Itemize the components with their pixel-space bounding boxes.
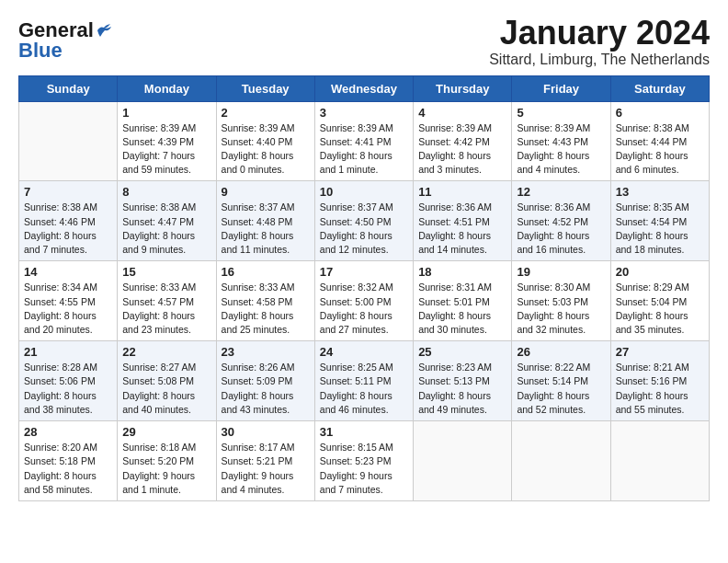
day-number: 22 [122,345,210,359]
calendar-cell: 26Sunrise: 8:22 AMSunset: 5:14 PMDayligh… [512,341,610,421]
page-header: General Blue January 2024 Sittard, Limbu… [18,15,710,68]
calendar-cell [19,101,118,181]
day-number: 10 [320,185,408,199]
calendar-cell: 13Sunrise: 8:35 AMSunset: 4:54 PMDayligh… [610,181,709,261]
logo-bird-icon [96,24,112,37]
day-number: 21 [24,345,112,359]
calendar-header-monday: Monday [118,75,216,101]
day-info: Sunrise: 8:39 AMSunset: 4:43 PMDaylight:… [517,121,605,178]
calendar-cell: 22Sunrise: 8:27 AMSunset: 5:08 PMDayligh… [118,341,216,421]
calendar-header-thursday: Thursday [414,75,512,101]
day-info: Sunrise: 8:39 AMSunset: 4:41 PMDaylight:… [320,121,408,178]
day-info: Sunrise: 8:15 AMSunset: 5:23 PMDaylight:… [320,441,408,497]
day-number: 30 [222,425,310,439]
calendar-cell: 16Sunrise: 8:33 AMSunset: 4:58 PMDayligh… [216,261,314,341]
calendar-cell: 5Sunrise: 8:39 AMSunset: 4:43 PMDaylight… [512,101,610,181]
calendar-cell: 29Sunrise: 8:18 AMSunset: 5:20 PMDayligh… [118,421,216,501]
calendar-cell [414,421,512,501]
calendar-cell: 20Sunrise: 8:29 AMSunset: 5:04 PMDayligh… [610,261,709,341]
day-info: Sunrise: 8:37 AMSunset: 4:48 PMDaylight:… [222,201,310,257]
calendar-cell: 31Sunrise: 8:15 AMSunset: 5:23 PMDayligh… [314,421,413,501]
day-number: 3 [320,106,408,120]
day-number: 19 [517,265,605,279]
calendar-cell: 19Sunrise: 8:30 AMSunset: 5:03 PMDayligh… [512,261,610,341]
calendar-header-sunday: Sunday [19,75,118,101]
day-info: Sunrise: 8:27 AMSunset: 5:08 PMDaylight:… [122,361,210,417]
day-number: 11 [418,185,506,199]
calendar-week-row: 1Sunrise: 8:39 AMSunset: 4:39 PMDaylight… [19,101,710,181]
day-info: Sunrise: 8:39 AMSunset: 4:40 PMDaylight:… [222,121,310,178]
day-number: 1 [122,106,210,120]
day-number: 28 [24,425,112,439]
day-number: 26 [517,345,605,359]
calendar-week-row: 7Sunrise: 8:38 AMSunset: 4:46 PMDaylight… [19,181,710,261]
calendar-cell: 30Sunrise: 8:17 AMSunset: 5:21 PMDayligh… [216,421,314,501]
calendar-cell: 21Sunrise: 8:28 AMSunset: 5:06 PMDayligh… [19,341,118,421]
calendar-cell: 7Sunrise: 8:38 AMSunset: 4:46 PMDaylight… [19,181,118,261]
calendar-table: SundayMondayTuesdayWednesdayThursdayFrid… [18,75,710,501]
day-number: 13 [616,185,704,199]
day-info: Sunrise: 8:33 AMSunset: 4:58 PMDaylight:… [222,281,310,337]
day-number: 6 [616,106,704,120]
day-info: Sunrise: 8:37 AMSunset: 4:50 PMDaylight:… [320,201,408,257]
calendar-cell [512,421,610,501]
day-info: Sunrise: 8:39 AMSunset: 4:39 PMDaylight:… [122,121,210,178]
calendar-cell: 2Sunrise: 8:39 AMSunset: 4:40 PMDaylight… [216,101,314,181]
day-info: Sunrise: 8:39 AMSunset: 4:42 PMDaylight:… [418,121,506,178]
calendar-cell [610,421,709,501]
calendar-cell: 15Sunrise: 8:33 AMSunset: 4:57 PMDayligh… [118,261,216,341]
day-info: Sunrise: 8:31 AMSunset: 5:01 PMDaylight:… [418,281,506,337]
calendar-cell: 3Sunrise: 8:39 AMSunset: 4:41 PMDaylight… [314,101,413,181]
calendar-cell: 24Sunrise: 8:25 AMSunset: 5:11 PMDayligh… [314,341,413,421]
day-info: Sunrise: 8:36 AMSunset: 4:52 PMDaylight:… [517,201,605,257]
day-info: Sunrise: 8:33 AMSunset: 4:57 PMDaylight:… [122,281,210,337]
day-number: 17 [320,265,408,279]
day-number: 9 [222,185,310,199]
day-number: 29 [122,425,210,439]
day-info: Sunrise: 8:26 AMSunset: 5:09 PMDaylight:… [222,361,310,417]
day-number: 27 [616,345,704,359]
month-title: January 2024 [489,15,710,52]
calendar-cell: 6Sunrise: 8:38 AMSunset: 4:44 PMDaylight… [610,101,709,181]
day-number: 8 [122,185,210,199]
calendar-cell: 12Sunrise: 8:36 AMSunset: 4:52 PMDayligh… [512,181,610,261]
day-number: 25 [418,345,506,359]
day-info: Sunrise: 8:32 AMSunset: 5:00 PMDaylight:… [320,281,408,337]
day-number: 4 [418,106,506,120]
day-number: 24 [320,345,408,359]
calendar-cell: 11Sunrise: 8:36 AMSunset: 4:51 PMDayligh… [414,181,512,261]
calendar-cell: 9Sunrise: 8:37 AMSunset: 4:48 PMDaylight… [216,181,314,261]
day-number: 18 [418,265,506,279]
calendar-cell: 28Sunrise: 8:20 AMSunset: 5:18 PMDayligh… [19,421,118,501]
day-info: Sunrise: 8:34 AMSunset: 4:55 PMDaylight:… [24,281,112,337]
day-info: Sunrise: 8:28 AMSunset: 5:06 PMDaylight:… [24,361,112,417]
day-info: Sunrise: 8:25 AMSunset: 5:11 PMDaylight:… [320,361,408,417]
day-number: 2 [222,106,310,120]
day-info: Sunrise: 8:17 AMSunset: 5:21 PMDaylight:… [222,441,310,497]
calendar-week-row: 21Sunrise: 8:28 AMSunset: 5:06 PMDayligh… [19,341,710,421]
calendar-cell: 17Sunrise: 8:32 AMSunset: 5:00 PMDayligh… [314,261,413,341]
day-info: Sunrise: 8:23 AMSunset: 5:13 PMDaylight:… [418,361,506,417]
calendar-cell: 27Sunrise: 8:21 AMSunset: 5:16 PMDayligh… [610,341,709,421]
title-block: January 2024 Sittard, Limburg, The Nethe… [489,15,710,68]
day-number: 5 [517,106,605,120]
day-number: 23 [222,345,310,359]
day-number: 14 [24,265,112,279]
calendar-cell: 10Sunrise: 8:37 AMSunset: 4:50 PMDayligh… [314,181,413,261]
day-info: Sunrise: 8:18 AMSunset: 5:20 PMDaylight:… [122,441,210,497]
day-number: 16 [222,265,310,279]
day-info: Sunrise: 8:30 AMSunset: 5:03 PMDaylight:… [517,281,605,337]
calendar-header-tuesday: Tuesday [216,75,314,101]
day-info: Sunrise: 8:38 AMSunset: 4:46 PMDaylight:… [24,201,112,257]
day-number: 31 [320,425,408,439]
day-info: Sunrise: 8:35 AMSunset: 4:54 PMDaylight:… [616,201,704,257]
calendar-cell: 14Sunrise: 8:34 AMSunset: 4:55 PMDayligh… [19,261,118,341]
day-info: Sunrise: 8:21 AMSunset: 5:16 PMDaylight:… [616,361,704,417]
day-info: Sunrise: 8:29 AMSunset: 5:04 PMDaylight:… [616,281,704,337]
calendar-cell: 25Sunrise: 8:23 AMSunset: 5:13 PMDayligh… [414,341,512,421]
calendar-cell: 1Sunrise: 8:39 AMSunset: 4:39 PMDaylight… [118,101,216,181]
calendar-header-wednesday: Wednesday [314,75,413,101]
day-info: Sunrise: 8:22 AMSunset: 5:14 PMDaylight:… [517,361,605,417]
day-info: Sunrise: 8:36 AMSunset: 4:51 PMDaylight:… [418,201,506,257]
calendar-week-row: 28Sunrise: 8:20 AMSunset: 5:18 PMDayligh… [19,421,710,501]
